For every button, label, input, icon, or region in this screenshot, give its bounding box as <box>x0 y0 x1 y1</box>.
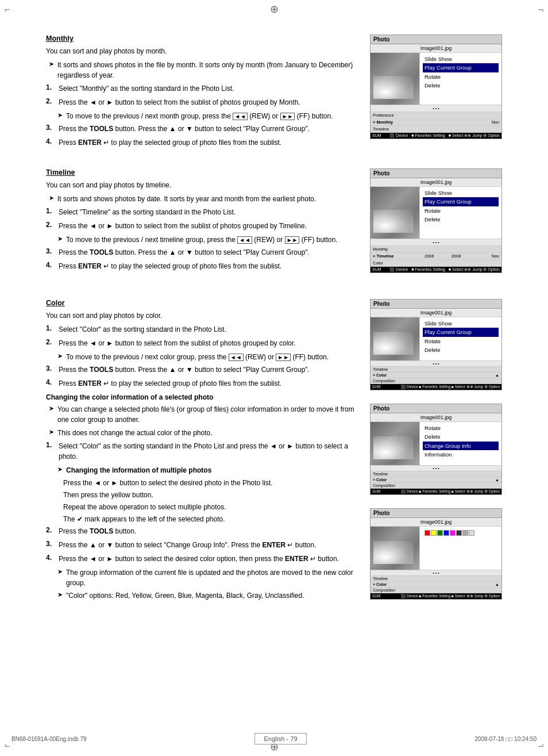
color-swatch-green[interactable] <box>437 530 443 536</box>
panel-header: Photo <box>371 35 501 44</box>
color-swatch-blue[interactable] <box>443 530 449 536</box>
bullet-arrow-icon: ➤ <box>57 235 63 243</box>
panel-triangle-c1: ▲ <box>495 373 499 377</box>
color-swatch-gray[interactable] <box>462 530 468 536</box>
menu-item-rotate[interactable]: Rotate <box>423 72 499 81</box>
step-text: Press the TOOLS button. <box>59 526 136 536</box>
multi-photo-title: ➤ Changing the information of multiple p… <box>57 465 358 475</box>
panel-composition-c2: Composition <box>373 483 395 488</box>
step-num: 4. <box>46 554 55 562</box>
panel-timeline-label-tl: ≡ Timeline <box>373 254 394 259</box>
panel-nav-c2: SUM ⬛ Device ■ Favorites Setting ■ Selec… <box>371 489 501 494</box>
bullet-arrow-icon: ➤ <box>57 466 63 473</box>
monthly-title: Monthly <box>46 34 358 43</box>
timeline-step-1: 1. Select "Timeline" as the sorting stan… <box>46 207 358 217</box>
step-text: Press the TOOLS button. Press the ▲ or ▼… <box>59 124 310 134</box>
photo-thumbnail <box>371 53 419 105</box>
panel-nav-c1: SUM ⬛ Device ■ Favorites Setting ■ Selec… <box>371 384 501 390</box>
monthly-bullet-1: ➤ It sorts and shows photos in the file … <box>46 60 358 80</box>
panel-monthly-label-tl: Monthly <box>373 247 388 252</box>
footer-left: BN68-01691A-00Eng.indb 79 <box>11 736 87 742</box>
timeline-step-3: 3. Press the TOOLS button. Press the ▲ o… <box>46 247 358 258</box>
sub-bullet-text: To move to the previous / next timeline … <box>66 235 337 245</box>
bullet-arrow-icon: ➤ <box>49 194 54 202</box>
menu-item-slideshow[interactable]: Slide Show <box>423 55 499 63</box>
step-num: 1. <box>46 324 55 332</box>
multi-sub-text-3: Repeat the above operation to select mul… <box>63 502 226 512</box>
menu-item-slideshow[interactable]: Slide Show <box>423 189 499 197</box>
menu-item-delete[interactable]: Delete <box>423 432 499 441</box>
timeline-title: Timeline <box>46 168 358 176</box>
menu-item-play-current[interactable]: Play Current Group <box>423 63 499 72</box>
multi-sub-text-4: The ✔ mark appears to the left of the se… <box>63 514 225 524</box>
color-swatch-black[interactable] <box>456 530 462 536</box>
step-text: Press the ◄ or ► button to select from t… <box>59 338 296 348</box>
menu-item-delete[interactable]: Delete <box>423 346 499 354</box>
year-end: 2008 <box>451 254 461 259</box>
panel-header: Photo <box>371 169 501 178</box>
menu-item-slideshow[interactable]: Slide Show <box>423 319 499 328</box>
step-text: Press the TOOLS button. Press the ▲ or ▼… <box>59 247 310 258</box>
menu-item-delete[interactable]: Delete <box>423 81 499 90</box>
monthly-section: Monthly You can sort and play photos by … <box>46 34 502 151</box>
monthly-bullet-text-1: It sorts and shows photos in the file by… <box>57 60 358 80</box>
multi-sub-4: The ✔ mark appears to the left of the se… <box>63 514 358 524</box>
sub-bullet-text: To move to the previous / next month gro… <box>66 111 333 121</box>
step-num: 2. <box>46 526 55 534</box>
bullet-arrow-icon: ➤ <box>49 60 54 68</box>
step-num: 1. <box>46 83 55 91</box>
bullet-arrow-icon: ➤ <box>57 591 63 598</box>
step-num: 3. <box>46 124 55 132</box>
monthly-panel: Photo Image001.jpg Slide Show Play Curre… <box>370 34 502 151</box>
bullet-arrow-icon: ➤ <box>57 568 63 575</box>
monthly-step-4: 4. Press ENTER ↵ to play the selected gr… <box>46 137 358 148</box>
color-swatch-red[interactable] <box>424 530 430 536</box>
photo-panel-color1: Photo Image001.jpg Slide Show Play Curre… <box>370 299 502 390</box>
step-text: Press ENTER ↵ to play the selected group… <box>59 261 281 271</box>
step-text: Select "Color" as the sorting standard i… <box>59 324 226 335</box>
change-sub-text-1: The group information of the current fil… <box>66 567 358 588</box>
color-step-2: 2. Press the ◄ or ► button to select fro… <box>46 338 358 348</box>
photo-thumbnail <box>371 317 419 360</box>
timeline-sub-bullet: ➤ To move to the previous / next timelin… <box>57 235 358 245</box>
menu-item-delete[interactable]: Delete <box>423 215 499 224</box>
color-panels: Photo Image001.jpg Slide Show Play Curre… <box>370 299 502 608</box>
menu-item-rotate[interactable]: Rotate <box>423 206 499 215</box>
panel-triangle-c3: ▲ <box>495 582 499 586</box>
panel-nav-monthly: SUM ⬛ Device ■ Favorites Setting ■ Selec… <box>371 133 501 139</box>
changing-bullet-1: ➤ You can change a selected photo file's… <box>46 404 358 425</box>
color-text: Color You can sort and play photos by co… <box>46 299 358 608</box>
timeline-step-2: 2. Press the ◄ or ► button to select fro… <box>46 221 358 231</box>
photo-thumbnail <box>371 187 419 239</box>
step-text: Select "Timeline" as the sorting standar… <box>59 207 236 217</box>
panel-timeline-c2: Timeline <box>373 472 388 476</box>
color-title: Color <box>46 299 358 307</box>
year-start: 2006 <box>424 254 434 259</box>
panel-triangle-c2: ▲ <box>495 478 499 482</box>
color-section: Color You can sort and play photos by co… <box>46 299 502 608</box>
menu-item-change-group[interactable]: Change Group Info <box>423 442 499 450</box>
photo-menu: Slide Show Play Current Group Rotate Del… <box>419 317 501 360</box>
panel-header: Photo <box>371 509 501 518</box>
change-sub-1: ➤ The group information of the current f… <box>57 567 358 588</box>
timeline-step-4: 4. Press ENTER ↵ to play the selected gr… <box>46 261 358 271</box>
step-text: Press the TOOLS button. Press the ▲ or ▼… <box>59 364 310 375</box>
color-step-4: 4. Press ENTER ↵ to play the selected gr… <box>46 378 358 389</box>
menu-item-rotate[interactable]: Rotate <box>423 424 499 432</box>
step-num: 4. <box>46 378 55 386</box>
menu-item-play-current[interactable]: Play Current Group <box>423 328 499 336</box>
menu-item-play-current[interactable]: Play Current Group <box>423 197 499 206</box>
panel-color-label-tl: Color <box>373 260 383 266</box>
menu-item-rotate[interactable]: Rotate <box>423 337 499 346</box>
color-swatch-magenta[interactable] <box>450 530 456 536</box>
color-step-1: 1. Select "Color" as the sorting standar… <box>46 324 358 335</box>
color-swatch-yellow[interactable] <box>431 530 437 536</box>
color-swatch-unclassified[interactable] <box>469 530 474 536</box>
panel-composition-c1: Composition <box>373 379 395 383</box>
monthly-step-2: 2. Press the ◄ or ► button to select fro… <box>46 97 358 108</box>
bullet-arrow-icon: ➤ <box>49 428 54 436</box>
timeline-bullet-1: ➤ It sorts and shows photos by date. It … <box>46 194 358 204</box>
menu-item-information[interactable]: Information <box>423 450 499 459</box>
photo-thumbnail <box>371 527 419 570</box>
change-step-2: 2. Press the TOOLS button. <box>46 526 358 536</box>
